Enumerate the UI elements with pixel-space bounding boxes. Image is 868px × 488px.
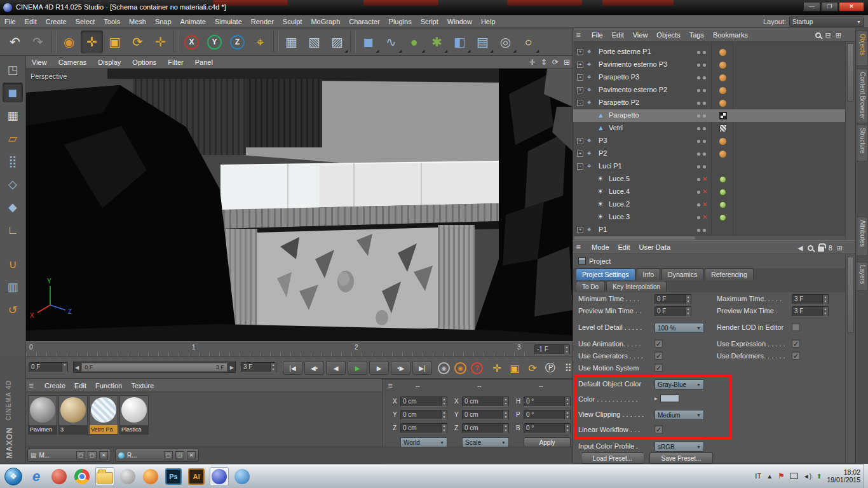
object-name[interactable]: Vetri (609, 124, 623, 132)
volume-icon[interactable]: ◄) (803, 473, 811, 480)
range-right-arrow-icon[interactable]: ▶ (229, 365, 235, 370)
menu-mograph[interactable]: MoGraph (306, 15, 344, 28)
render-visibility-dot[interactable] (703, 51, 706, 54)
vertical-scrollbar[interactable] (845, 254, 855, 463)
language-indicator[interactable]: IT (755, 472, 761, 480)
expand-icon[interactable]: + (577, 62, 583, 68)
render-settings-button[interactable]: ▨◢ (326, 30, 348, 53)
add-mograph-button[interactable]: ✱◢ (426, 30, 448, 53)
expand-icon[interactable]: + (577, 138, 583, 144)
editor-visibility-dot[interactable] (697, 191, 700, 194)
object-row[interactable]: ☀Luce.3✕ (573, 211, 845, 224)
history-back-icon[interactable]: ◀ (797, 244, 803, 252)
stepper-field[interactable]: 3 F▲▼ (792, 294, 829, 304)
render-disabled-icon[interactable]: ✕ (702, 214, 707, 220)
lock-icon[interactable] (818, 247, 824, 252)
object-name[interactable]: Pavimento esterno P3 (599, 60, 667, 68)
object-row[interactable]: +⌖Pavimento esterno P3 (573, 58, 845, 71)
add-deformer-button[interactable]: ◧◢ (449, 30, 471, 53)
object-row[interactable]: -⌖Parapetto P2 (573, 97, 845, 109)
attr-menu-user-data[interactable]: User Data (635, 240, 675, 254)
add-spline-button[interactable]: ∿◢ (380, 30, 402, 53)
stepper-arrows[interactable]: ▲▼ (441, 397, 447, 406)
object-name[interactable]: Luci P1 (599, 162, 622, 170)
menu-file[interactable]: File (0, 15, 20, 28)
object-name[interactable]: P2 (599, 149, 607, 157)
timeline-ruler[interactable]: 0123 -1 F ▲▼ (26, 341, 573, 357)
compositing-tag-icon[interactable] (719, 100, 726, 107)
dropdown[interactable]: Gray-Blue▼ (654, 379, 704, 390)
render-visibility-dot[interactable] (703, 102, 706, 105)
stepper-arrows[interactable]: ▲▼ (270, 363, 276, 372)
close-button[interactable]: ✕ (99, 451, 108, 459)
coordinate-field[interactable]: 0 cm▲▼ (400, 423, 447, 433)
collapse-icon[interactable]: - (577, 100, 583, 106)
float-button[interactable]: ▢ (164, 451, 173, 459)
scrollbar-thumb[interactable] (847, 43, 854, 102)
start-button[interactable]: ❖ (4, 467, 23, 486)
chevron-down-icon[interactable]: ▼ (62, 363, 67, 372)
coordinate-field[interactable]: 0 °▲▼ (524, 396, 571, 407)
expand-icon[interactable]: + (577, 49, 583, 55)
coordinate-field[interactable]: 0 °▲▼ (524, 410, 571, 420)
browser-tab[interactable] (507, 0, 582, 6)
render-disabled-icon[interactable]: ✕ (702, 188, 707, 195)
tab-dynamics[interactable]: Dynamics (661, 268, 703, 280)
stepper-arrows[interactable]: ▲▼ (441, 410, 447, 419)
om-menu-view[interactable]: View (628, 28, 653, 42)
lock-z-axis-button[interactable]: Z (226, 30, 248, 53)
cinema4d-icon[interactable] (210, 467, 229, 486)
stepper-field[interactable]: 3 F▲▼ (792, 306, 829, 316)
render-visibility-dot[interactable] (703, 165, 706, 168)
light-tag-icon[interactable] (719, 176, 726, 183)
menu-edit[interactable]: Edit (20, 15, 41, 28)
add-cube-button[interactable]: ◼◢ (357, 30, 379, 53)
checkbox[interactable]: ✓ (792, 339, 800, 348)
object-row[interactable]: -⌖Luci P1 (573, 160, 845, 173)
object-name[interactable]: Parapetto P3 (599, 73, 639, 81)
stepper-field[interactable]: 0 F▲▼ (654, 294, 691, 304)
expand-icon[interactable]: + (577, 227, 583, 233)
panel-grip-icon[interactable]: ≣ (576, 243, 585, 251)
stepper-arrows[interactable]: ▲▼ (685, 307, 691, 316)
rotate-tool-button[interactable]: ⟳ (126, 30, 149, 53)
load-preset-button[interactable]: Load Preset... (581, 452, 644, 464)
material-item[interactable]: Pavimen (28, 395, 57, 435)
pan-view-icon[interactable]: ✛ (529, 58, 536, 67)
stepper-arrows[interactable]: ▲▼ (503, 397, 508, 406)
move-tool-button[interactable]: ✛ (81, 30, 103, 53)
render-visibility-dot[interactable] (703, 64, 706, 67)
render-visibility-dot[interactable] (703, 152, 706, 156)
redo-button[interactable]: ↷ (27, 30, 49, 53)
stepper-arrows[interactable]: ▲▼ (564, 424, 570, 433)
edges-mode-button[interactable]: ◇ (3, 174, 23, 194)
collapse-icon[interactable]: - (577, 163, 583, 170)
menu-select[interactable]: Select (71, 15, 100, 28)
object-name[interactable]: Parapetto (609, 111, 639, 119)
menu-plugins[interactable]: Plugins (384, 15, 416, 28)
range-thumb[interactable]: 0 F 3 F (81, 363, 227, 372)
chrome-icon[interactable] (72, 467, 92, 486)
viewport-menu-view[interactable]: View (26, 56, 53, 69)
prev-frame-button[interactable]: ◀ (326, 361, 346, 375)
display-icon[interactable] (790, 473, 798, 479)
add-camera-button[interactable]: ◎◢ (494, 30, 517, 53)
menu-script[interactable]: Script (416, 15, 443, 28)
materials-menu-function[interactable]: Function (91, 379, 126, 392)
compositing-tag-icon[interactable] (719, 151, 726, 158)
timeline-range-slider[interactable]: ◀ 0 F 3 F ▶ (73, 362, 236, 373)
collapse-all-icon[interactable]: ⊟ (825, 31, 831, 39)
menu-snap[interactable]: Snap (151, 15, 176, 28)
maximize-button[interactable]: ▢ (175, 451, 184, 459)
editor-visibility-dot[interactable] (697, 127, 700, 130)
render-visibility-dot[interactable] (703, 114, 706, 118)
timeline-end-field[interactable]: -1 F ▲▼ (534, 344, 570, 355)
link-icon[interactable]: 8 (829, 244, 832, 252)
minimized-panel-tab[interactable]: ▤M...▢▢✕ (27, 449, 111, 462)
lock-y-axis-button[interactable]: Y (203, 30, 226, 53)
object-row[interactable]: ☀Luce.4✕ (573, 186, 845, 198)
tray-expand-icon[interactable]: ▲ (766, 473, 773, 480)
object-row[interactable]: ▲Vetri (573, 122, 845, 135)
stepper-arrows[interactable]: ▲▼ (564, 345, 569, 354)
editor-visibility-dot[interactable] (697, 165, 700, 168)
